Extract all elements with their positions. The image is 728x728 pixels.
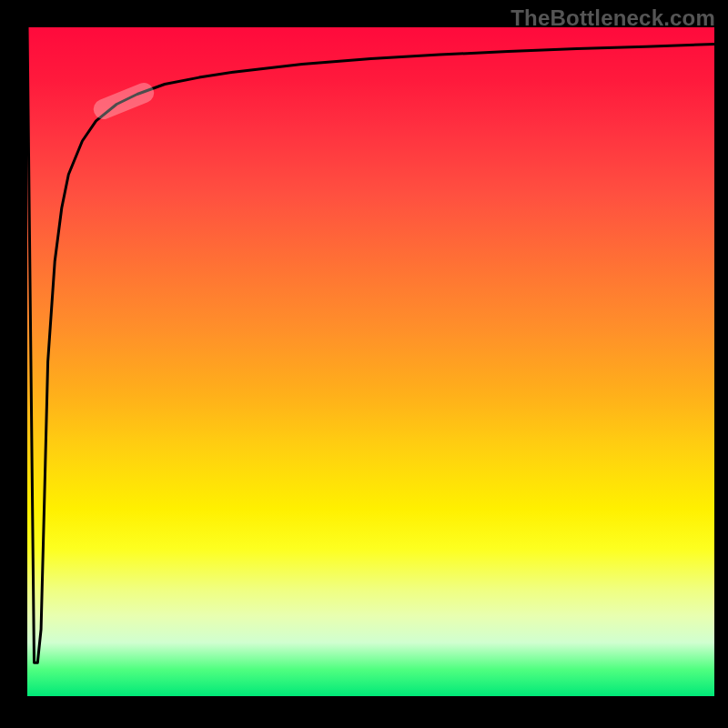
chart-container: TheBottleneck.com [0, 0, 728, 728]
plot-gradient-background [27, 27, 714, 696]
watermark-text: TheBottleneck.com [511, 5, 715, 31]
